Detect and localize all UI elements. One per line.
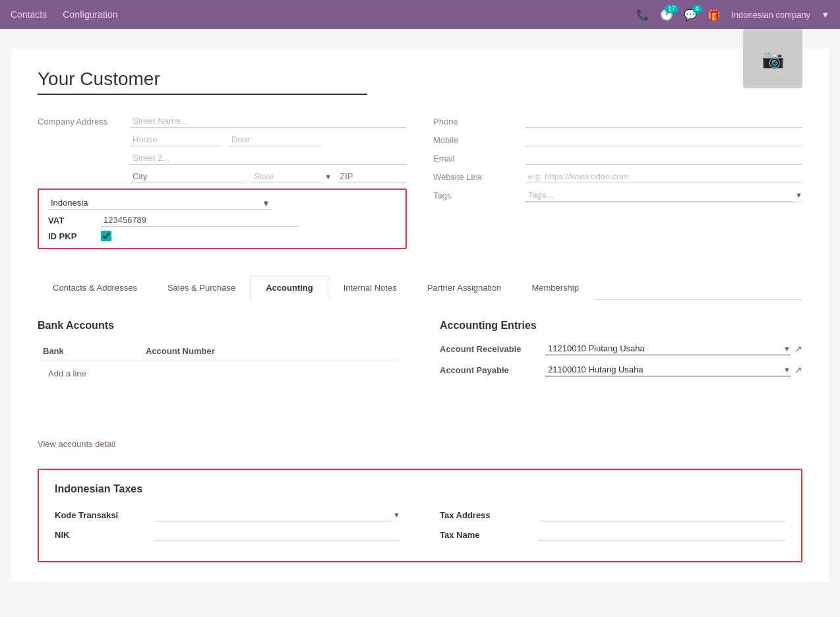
tax-address-input[interactable]	[539, 508, 785, 521]
receivable-external-link-icon[interactable]: ↗	[795, 343, 802, 354]
mobile-input[interactable]	[525, 133, 802, 146]
city-state-zip-row: State ▼	[130, 170, 407, 183]
kode-transaksi-select[interactable]	[154, 508, 392, 521]
table-row: Add a line	[38, 361, 400, 387]
taxes-form: Kode Transaksi ▼ NIK	[55, 508, 785, 548]
navbar-right: 📞 🕐 17 💬 4 🎁 Indonesian company ▼	[636, 9, 829, 21]
tags-select[interactable]: Tags...	[525, 189, 794, 202]
add-line-button[interactable]: Add a line	[43, 365, 92, 382]
country-row: Indonesia ▼	[48, 196, 396, 210]
tax-name-row: Tax Name	[440, 528, 785, 541]
city-input[interactable]	[130, 170, 246, 183]
mobile-label: Mobile	[433, 135, 525, 145]
tags-row: Tags Tags... ▼	[433, 189, 802, 202]
form-right: Phone Mobile Email Website Link Tags	[433, 115, 802, 262]
nik-row: NIK	[55, 528, 400, 541]
main-content: 📷 Your Customer Company Address	[11, 49, 829, 582]
vat-input[interactable]	[101, 214, 299, 227]
account-payable-select-wrap: 21100010 Hutang Usaha ▼	[545, 363, 791, 376]
highlighted-fields-box: Indonesia ▼ VAT ID PKP	[38, 189, 407, 249]
account-receivable-select[interactable]: 11210010 Piutang Usaha	[545, 342, 782, 355]
kode-transaksi-label: Kode Transaksi	[55, 510, 154, 520]
accounting-tab-content: Bank Accounts Bank Account Number Add a …	[38, 320, 802, 449]
phone-input[interactable]	[525, 115, 802, 128]
account-receivable-row: Account Receivable 11210010 Piutang Usah…	[440, 342, 802, 355]
indonesian-taxes-box: Indonesian Taxes Kode Transaksi ▼ NIK	[38, 469, 802, 562]
phone-icon: 📞	[636, 9, 649, 21]
id-pkp-label: ID PKP	[48, 231, 101, 241]
state-select[interactable]: State	[251, 170, 323, 183]
vat-label: VAT	[48, 216, 101, 225]
tab-accounting[interactable]: Accounting	[251, 276, 328, 300]
bank-accounts-section: Bank Accounts Bank Account Number Add a …	[38, 320, 400, 449]
account-receivable-label: Account Receivable	[440, 344, 545, 354]
account-payable-select[interactable]: 21100010 Hutang Usaha	[545, 363, 782, 376]
kode-transaksi-row: Kode Transaksi ▼	[55, 508, 400, 521]
tab-membership[interactable]: Membership	[516, 276, 594, 300]
tax-name-input[interactable]	[539, 528, 785, 541]
nav-configuration[interactable]: Configuration	[63, 9, 117, 20]
zip-input[interactable]	[337, 170, 407, 183]
kode-transaksi-dropdown-arrow: ▼	[393, 511, 400, 519]
street-input[interactable]	[130, 115, 407, 128]
accounting-entries-title: Accounting Entries	[440, 320, 802, 332]
account-number-column-header: Account Number	[140, 342, 400, 361]
kode-transaksi-select-wrap: ▼	[154, 508, 400, 521]
tab-partner[interactable]: Partner Assignation	[412, 276, 517, 300]
navbar-left: Contacts Configuration	[11, 9, 118, 20]
email-row: Email	[433, 152, 802, 165]
tab-sales[interactable]: Sales & Purchase	[152, 276, 251, 300]
house-input[interactable]	[130, 133, 222, 146]
view-accounts-wrap: View accounts detail	[38, 426, 400, 449]
receivable-dropdown-arrow: ▼	[783, 345, 791, 353]
payable-dropdown-arrow: ▼	[783, 366, 791, 374]
tab-contacts[interactable]: Contacts & Addresses	[38, 276, 152, 300]
website-row: Website Link	[433, 170, 802, 183]
street2-row	[130, 152, 407, 165]
nik-input[interactable]	[154, 528, 400, 541]
taxes-title: Indonesian Taxes	[55, 483, 785, 495]
company-address-row: Company Address	[38, 115, 407, 128]
website-input[interactable]	[525, 170, 802, 183]
phone-row: Phone	[433, 115, 802, 128]
nik-label: NIK	[55, 530, 154, 540]
tags-label: Tags	[433, 191, 525, 200]
contact-form: Company Address State ▼	[38, 115, 802, 262]
bank-column-header: Bank	[38, 342, 140, 361]
messages-badge: 4	[692, 5, 703, 13]
activity-icon[interactable]: 🕐 17	[660, 9, 673, 21]
tax-address-row: Tax Address	[440, 508, 785, 521]
street2-input[interactable]	[130, 152, 407, 165]
messages-icon[interactable]: 💬 4	[684, 9, 697, 21]
mobile-row: Mobile	[433, 133, 802, 146]
form-left: Company Address State ▼	[38, 115, 407, 262]
navbar: Contacts Configuration 📞 🕐 17 💬 4 🎁 Indo…	[0, 0, 840, 29]
bank-accounts-table: Bank Account Number Add a line	[38, 342, 400, 386]
tax-address-label: Tax Address	[440, 510, 539, 520]
camera-icon: 📷	[762, 48, 785, 70]
id-pkp-row: ID PKP	[48, 231, 396, 241]
account-payable-row: Account Payable 21100010 Hutang Usaha ▼ …	[440, 363, 802, 376]
vat-row: VAT	[48, 214, 396, 227]
accounting-entries-section: Accounting Entries Account Receivable 11…	[440, 320, 802, 449]
country-select[interactable]: Indonesia	[48, 196, 272, 210]
company-dropdown-icon[interactable]: ▼	[821, 10, 829, 20]
phone-label: Phone	[433, 117, 525, 127]
tags-dropdown-arrow: ▼	[795, 191, 802, 199]
tab-notes[interactable]: Internal Notes	[328, 276, 412, 300]
view-accounts-link[interactable]: View accounts detail	[38, 439, 115, 449]
state-dropdown-arrow: ▼	[324, 173, 332, 181]
id-pkp-checkbox[interactable]	[101, 231, 111, 241]
activity-badge: 17	[665, 5, 678, 13]
nav-contacts[interactable]: Contacts	[11, 9, 47, 20]
customer-title: Your Customer	[38, 69, 367, 95]
bank-accounts-title: Bank Accounts	[38, 320, 400, 332]
gift-icon[interactable]: 🎁	[707, 9, 721, 21]
company-name[interactable]: Indonesian company	[731, 10, 810, 20]
email-input[interactable]	[525, 152, 802, 165]
payable-external-link-icon[interactable]: ↗	[795, 365, 802, 375]
tax-name-label: Tax Name	[440, 530, 539, 540]
avatar[interactable]: 📷	[743, 29, 802, 88]
door-input[interactable]	[229, 133, 321, 146]
tabs-container: Contacts & Addresses Sales & Purchase Ac…	[38, 276, 802, 300]
